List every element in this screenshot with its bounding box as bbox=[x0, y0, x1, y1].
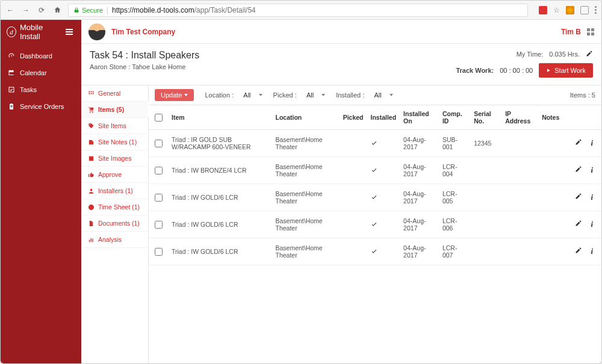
info-row-button[interactable]: i bbox=[591, 138, 593, 148]
col-comp-id[interactable]: Comp. ID bbox=[439, 105, 470, 130]
filter-bar: Update Location : All Picked : All Insta… bbox=[149, 85, 601, 105]
clipboard-icon bbox=[8, 103, 15, 110]
sidebar-item-dashboard[interactable]: Dashboard bbox=[1, 48, 81, 64]
cell-picked bbox=[340, 130, 367, 157]
sidebar-item-label: Dashboard bbox=[20, 52, 52, 60]
document-icon bbox=[87, 220, 95, 227]
avatar bbox=[88, 23, 105, 40]
item-count: Items : 5 bbox=[570, 91, 595, 99]
home-button[interactable] bbox=[52, 6, 62, 14]
edit-row-button[interactable] bbox=[575, 193, 582, 200]
col-ip-address[interactable]: IP Address bbox=[501, 105, 538, 130]
table-row: Triad : IW GOLD/6 LCRBasement\Home Theat… bbox=[149, 211, 601, 238]
main-area: Tim Test Company Tim B Task 54 : Install… bbox=[81, 20, 601, 363]
row-checkbox[interactable] bbox=[155, 248, 163, 256]
panel-item-time-sheet[interactable]: Time Sheet (1) bbox=[81, 199, 148, 215]
col-item[interactable]: Item bbox=[168, 105, 272, 130]
row-checkbox[interactable] bbox=[155, 194, 163, 202]
table-row: Triad : IR GOLD SUB W/RACKAMP 600-VENEER… bbox=[149, 130, 601, 157]
panel-item-site-images[interactable]: Site Images bbox=[81, 150, 148, 167]
filter-picked[interactable]: Picked : All bbox=[273, 91, 326, 99]
panel-item-items[interactable]: Items (5) bbox=[81, 102, 148, 118]
cell-item: Triad : IW GOLD/6 LCR bbox=[168, 211, 272, 238]
cell-notes bbox=[538, 211, 563, 238]
bookmark-star-icon[interactable]: ☆ bbox=[553, 6, 560, 14]
panel-item-analysis[interactable]: Analysis bbox=[81, 232, 148, 248]
browser-menu-icon[interactable] bbox=[595, 6, 597, 14]
col-location[interactable]: Location bbox=[272, 105, 339, 130]
cell-installed bbox=[367, 184, 400, 211]
thumbs-up-icon bbox=[87, 171, 95, 178]
panel-item-label: Site Notes (1) bbox=[98, 138, 137, 146]
content-body: General Items (5) Site Items Site Notes … bbox=[81, 85, 601, 363]
panel-item-label: General bbox=[98, 90, 120, 97]
filter-location[interactable]: Location : All bbox=[205, 91, 262, 99]
table-row: Triad : IW GOLD/6 LCRBasement\Home Theat… bbox=[149, 184, 601, 211]
track-work-label: Track Work: bbox=[456, 67, 494, 74]
info-row-button[interactable]: i bbox=[591, 193, 593, 202]
note-icon bbox=[87, 139, 95, 146]
row-checkbox[interactable] bbox=[155, 140, 163, 147]
start-work-button[interactable]: Start Work bbox=[539, 63, 593, 78]
extension-icon[interactable] bbox=[539, 6, 547, 14]
panel-item-general[interactable]: General bbox=[81, 85, 148, 102]
edit-row-button[interactable] bbox=[575, 138, 582, 146]
col-picked[interactable]: Picked bbox=[340, 105, 367, 130]
edit-row-button[interactable] bbox=[575, 247, 582, 254]
filter-installed[interactable]: Installed : All bbox=[336, 91, 393, 99]
panel-item-label: Analysis bbox=[98, 236, 122, 243]
clock-icon bbox=[87, 204, 95, 211]
address-bar[interactable]: Secure | https://mobile.d-tools.com/app/… bbox=[68, 4, 528, 17]
row-checkbox[interactable] bbox=[155, 167, 163, 174]
secure-label: Secure bbox=[82, 7, 103, 14]
extension-icon[interactable] bbox=[566, 6, 574, 14]
cell-installed-on: 04-Aug-2017 bbox=[400, 130, 439, 157]
panel-item-site-items[interactable]: Site Items bbox=[81, 118, 148, 134]
info-row-button[interactable]: i bbox=[591, 165, 593, 175]
browser-chrome: ← → ⟳ Secure | https://mobile.d-tools.co… bbox=[1, 1, 601, 20]
edit-row-button[interactable] bbox=[575, 165, 582, 173]
sidebar-item-calendar[interactable]: Calendar bbox=[1, 64, 81, 81]
cell-comp-id: SUB-001 bbox=[439, 130, 470, 157]
row-checkbox[interactable] bbox=[155, 221, 163, 229]
app-grid-icon[interactable] bbox=[587, 28, 594, 35]
sidebar-toggle[interactable] bbox=[63, 26, 75, 37]
forward-button[interactable]: → bbox=[21, 6, 31, 14]
check-icon bbox=[371, 140, 377, 147]
panel-item-approve[interactable]: Approve bbox=[81, 167, 148, 183]
col-serial-no[interactable]: Serial No. bbox=[470, 105, 501, 130]
sidebar-item-tasks[interactable]: Tasks bbox=[1, 81, 81, 98]
secure-badge: Secure bbox=[73, 7, 103, 14]
panel-item-site-notes[interactable]: Site Notes (1) bbox=[81, 134, 148, 150]
back-button[interactable]: ← bbox=[5, 6, 15, 14]
col-notes[interactable]: Notes bbox=[538, 105, 563, 130]
sidebar-item-label: Service Orders bbox=[20, 103, 64, 110]
gauge-icon bbox=[8, 52, 15, 60]
cell-ip-address bbox=[501, 130, 538, 157]
page-subtitle: Aaron Stone : Tahoe Lake Home bbox=[90, 63, 199, 70]
panel-item-installers[interactable]: Installers (1) bbox=[81, 183, 148, 199]
table-row: Triad : IW GOLD/6 LCRBasement\Home Theat… bbox=[149, 238, 601, 265]
col-installed-on[interactable]: Installed On bbox=[400, 105, 439, 130]
cell-item: Triad : IW BRONZE/4 LCR bbox=[168, 157, 272, 184]
tag-icon bbox=[87, 123, 95, 129]
sidebar-item-service-orders[interactable]: Service Orders bbox=[1, 98, 81, 115]
select-all-checkbox[interactable] bbox=[155, 114, 163, 122]
cell-location: Basement\Home Theater bbox=[272, 157, 339, 184]
panel-item-label: Site Images bbox=[98, 155, 131, 162]
reload-button[interactable]: ⟳ bbox=[37, 6, 46, 14]
primary-sidebar: d Mobile Install Dashboard Calendar Task… bbox=[1, 20, 81, 363]
info-row-button[interactable]: i bbox=[591, 220, 593, 229]
edit-my-time-button[interactable] bbox=[586, 50, 593, 58]
panel-item-label: Site Items bbox=[98, 122, 126, 129]
extension-icon[interactable] bbox=[580, 6, 589, 14]
update-button[interactable]: Update bbox=[155, 89, 194, 101]
col-installed[interactable]: Installed bbox=[367, 105, 400, 130]
panel-item-documents[interactable]: Documents (1) bbox=[81, 215, 148, 232]
cell-installed bbox=[367, 211, 400, 238]
info-row-button[interactable]: i bbox=[591, 247, 593, 256]
edit-row-button[interactable] bbox=[575, 220, 582, 227]
cell-serial-no: 12345 bbox=[470, 130, 501, 157]
user-name[interactable]: Tim B bbox=[561, 28, 581, 36]
caret-down-icon bbox=[321, 94, 325, 96]
